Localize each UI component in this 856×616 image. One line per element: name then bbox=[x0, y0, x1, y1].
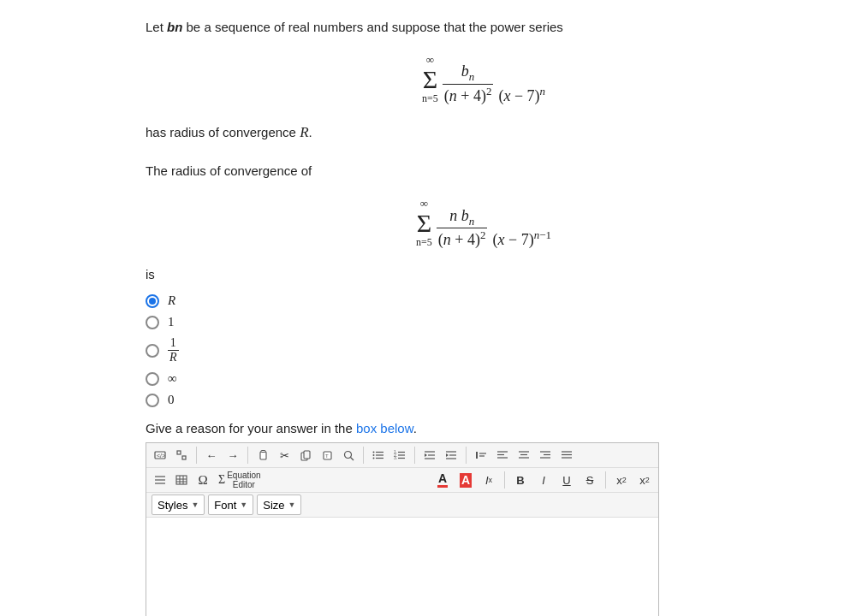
copy-button[interactable] bbox=[295, 445, 316, 465]
period: . bbox=[309, 125, 312, 139]
omega-button[interactable]: Ω bbox=[193, 470, 213, 490]
paste-button[interactable] bbox=[253, 445, 273, 465]
svg-text:3.: 3. bbox=[394, 455, 397, 460]
svg-marker-31 bbox=[446, 453, 449, 457]
paste-text-button[interactable]: T bbox=[317, 445, 337, 465]
font-color-button[interactable]: A bbox=[432, 470, 453, 490]
give-reason-text: Give a reason for your answer in the box… bbox=[146, 421, 822, 435]
outdent-button[interactable] bbox=[419, 445, 440, 465]
bg-color-button[interactable]: A bbox=[455, 470, 476, 490]
find-button[interactable] bbox=[338, 445, 359, 465]
sum1-block: ∞ Σ n=5 bn (n + 4)2 (x − 7)n bbox=[146, 53, 822, 105]
svg-rect-2 bbox=[177, 451, 181, 454]
option-R[interactable]: R bbox=[146, 293, 822, 308]
intro-text2: be a sequence of real numbers and suppos… bbox=[182, 20, 562, 34]
answer-options: R 1 1 R ∞ 0 bbox=[146, 293, 822, 407]
toolbar-group-list: 1.2.3. bbox=[368, 445, 410, 465]
svg-rect-32 bbox=[476, 452, 478, 459]
option-0[interactable]: 0 bbox=[146, 393, 822, 407]
editor-container: </> ← → ✂ T bbox=[146, 442, 659, 616]
intro-text: Let bbox=[146, 20, 167, 34]
styles-dropdown[interactable]: Styles ▼ bbox=[152, 495, 205, 515]
sep3 bbox=[363, 447, 364, 464]
option-1[interactable]: 1 bbox=[146, 315, 822, 329]
styles-label: Styles bbox=[158, 499, 187, 512]
svg-marker-27 bbox=[425, 453, 427, 457]
radio-0[interactable] bbox=[146, 394, 159, 407]
strikethrough-button[interactable]: S bbox=[580, 470, 600, 490]
option-1R[interactable]: 1 R bbox=[146, 336, 822, 364]
subscript-button[interactable]: x2 bbox=[611, 470, 632, 490]
font-dropdown[interactable]: Font ▼ bbox=[208, 495, 253, 515]
svg-rect-3 bbox=[182, 456, 186, 459]
blockquote-button[interactable] bbox=[471, 445, 491, 465]
give-reason-after: . bbox=[413, 421, 417, 435]
toolbar-group-align bbox=[471, 445, 577, 465]
undo-button[interactable]: ← bbox=[201, 445, 222, 465]
radio-R[interactable] bbox=[146, 294, 159, 308]
redo-button[interactable]: → bbox=[223, 445, 243, 465]
superscript-button[interactable]: x2 bbox=[634, 470, 655, 490]
svg-point-12 bbox=[373, 452, 375, 453]
clear-format-button[interactable]: Ix bbox=[479, 470, 499, 490]
sep-fmt bbox=[504, 471, 505, 489]
size-arrow: ▼ bbox=[288, 500, 296, 509]
sum2-block: ∞ Σ n=5 n bn (n + 4)2 (x − 7)n−1 bbox=[146, 197, 822, 249]
svg-rect-7 bbox=[304, 451, 310, 459]
svg-text:T: T bbox=[325, 453, 329, 459]
option-inf[interactable]: ∞ bbox=[146, 371, 822, 386]
cut-button[interactable]: ✂ bbox=[274, 445, 294, 465]
align-right-button[interactable] bbox=[535, 445, 556, 465]
sep4 bbox=[414, 447, 415, 464]
align-left-button[interactable] bbox=[492, 445, 513, 465]
align-center-button[interactable] bbox=[514, 445, 534, 465]
svg-point-14 bbox=[373, 454, 375, 456]
unordered-list-button[interactable] bbox=[368, 445, 389, 465]
format-lines-button[interactable] bbox=[150, 470, 170, 490]
R-value: R bbox=[300, 124, 308, 140]
toolbar-row1: </> ← → ✂ T bbox=[146, 443, 658, 468]
question-intro: Let bn be a sequence of real numbers and… bbox=[146, 17, 822, 38]
table-button[interactable] bbox=[171, 470, 192, 490]
bold-button[interactable]: B bbox=[510, 470, 531, 490]
source-button[interactable]: </> bbox=[150, 445, 170, 465]
sep5 bbox=[466, 447, 467, 464]
equation-editor-button[interactable]: Σ EquationEditor bbox=[214, 470, 265, 490]
radio-1[interactable] bbox=[146, 316, 159, 329]
svg-point-10 bbox=[344, 451, 351, 458]
toolbar-row2: Ω Σ EquationEditor A A bbox=[146, 468, 658, 493]
underline-button[interactable]: U bbox=[556, 470, 577, 490]
has-convergence-text: has radius of convergence bbox=[146, 125, 300, 139]
option-1R-label: 1 R bbox=[168, 336, 179, 364]
radio-1R[interactable] bbox=[146, 344, 159, 358]
toolbar-row3: Styles ▼ Font ▼ Size ▼ bbox=[146, 493, 658, 518]
option-inf-label: ∞ bbox=[168, 371, 177, 386]
toolbar-group-3: ✂ T bbox=[253, 445, 359, 465]
justify-button[interactable] bbox=[556, 445, 577, 465]
svg-text:</>: </> bbox=[157, 453, 165, 459]
toolbar-group-1: </> bbox=[150, 445, 192, 465]
size-dropdown[interactable]: Size ▼ bbox=[257, 495, 301, 515]
sep2 bbox=[247, 447, 248, 464]
svg-rect-5 bbox=[261, 450, 265, 452]
sum2-expression: ∞ Σ n=5 n bn (n + 4)2 (x − 7)n−1 bbox=[416, 197, 551, 249]
fullscreen-button[interactable] bbox=[171, 445, 192, 465]
size-label: Size bbox=[263, 499, 284, 512]
sum1-expression: ∞ Σ n=5 bn (n + 4)2 (x − 7)n bbox=[422, 53, 545, 105]
page-container: Let bn be a sequence of real numbers and… bbox=[0, 0, 856, 616]
svg-rect-4 bbox=[260, 452, 266, 459]
italic-button[interactable]: I bbox=[533, 470, 554, 490]
the-radius-label: The radius of convergence of bbox=[146, 163, 312, 178]
svg-line-11 bbox=[350, 457, 354, 460]
toolbar-format-group: A A Ix B I U S bbox=[432, 470, 655, 490]
ordered-list-button[interactable]: 1.2.3. bbox=[389, 445, 410, 465]
editor-body[interactable] bbox=[146, 518, 658, 616]
toolbar-row2-left: Ω Σ EquationEditor bbox=[150, 470, 265, 490]
bn-variable: bn bbox=[167, 20, 182, 34]
indent-button[interactable] bbox=[441, 445, 461, 465]
convergence-line: has radius of convergence R. bbox=[146, 121, 822, 144]
font-arrow: ▼ bbox=[240, 500, 247, 509]
toolbar-group-2: ← → bbox=[201, 445, 243, 465]
radio-inf[interactable] bbox=[146, 372, 159, 386]
give-reason-before: Give a reason for your answer in the bbox=[146, 421, 356, 435]
